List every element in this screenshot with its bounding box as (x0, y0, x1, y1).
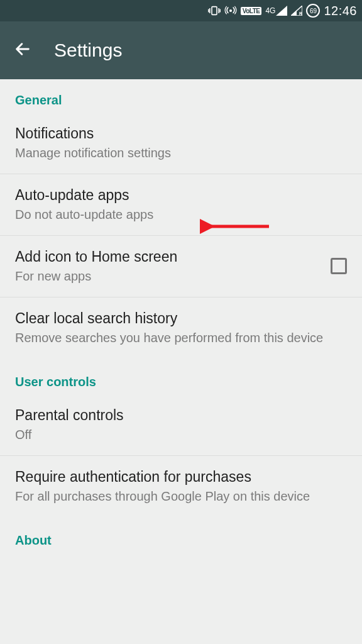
page-title: Settings (54, 40, 122, 61)
item-subtitle: For all purchases through Google Play on… (15, 488, 347, 504)
item-subtitle: Do not auto-update apps (15, 206, 347, 223)
signal-2: R (291, 6, 302, 16)
svg-rect-0 (212, 7, 217, 15)
item-add-icon[interactable]: Add icon to Home screen For new apps (0, 236, 362, 297)
item-require-auth[interactable]: Require authentication for purchases For… (0, 456, 362, 517)
item-title: Notifications (15, 124, 347, 143)
item-title: Parental controls (15, 406, 347, 425)
item-notifications[interactable]: Notifications Manage notification settin… (0, 113, 362, 174)
item-subtitle: Manage notification settings (15, 145, 347, 161)
battery-icon: 69 (306, 4, 320, 18)
settings-list: General Notifications Manage notificatio… (0, 79, 362, 644)
svg-point-5 (229, 9, 232, 12)
item-parental-controls[interactable]: Parental controls Off (0, 394, 362, 456)
section-about: About (0, 517, 362, 553)
vibrate-icon (208, 6, 221, 16)
item-auto-update[interactable]: Auto-update apps Do not auto-update apps (0, 174, 362, 236)
item-title: Add icon to Home screen (15, 247, 319, 267)
item-clear-history[interactable]: Clear local search history Remove search… (0, 297, 362, 358)
item-title: Require authentication for purchases (15, 467, 347, 487)
volte-badge: VoLTE (241, 7, 262, 15)
section-user-controls: User controls (0, 358, 362, 394)
hotspot-icon (224, 4, 237, 17)
section-general: General (0, 79, 362, 113)
item-subtitle: Off (15, 426, 347, 443)
item-title: Clear local search history (15, 309, 347, 328)
add-icon-checkbox[interactable] (331, 258, 347, 274)
status-bar: VoLTE 4G R 69 12:46 (0, 0, 362, 21)
signal-1: 4G (265, 6, 287, 16)
item-subtitle: For new apps (15, 268, 319, 284)
item-subtitle: Remove searches you have performed from … (15, 330, 347, 346)
svg-text:R: R (299, 11, 302, 16)
app-bar: Settings (0, 21, 362, 79)
back-icon[interactable] (14, 40, 31, 60)
status-clock: 12:46 (324, 4, 357, 18)
item-title: Auto-update apps (15, 186, 347, 205)
